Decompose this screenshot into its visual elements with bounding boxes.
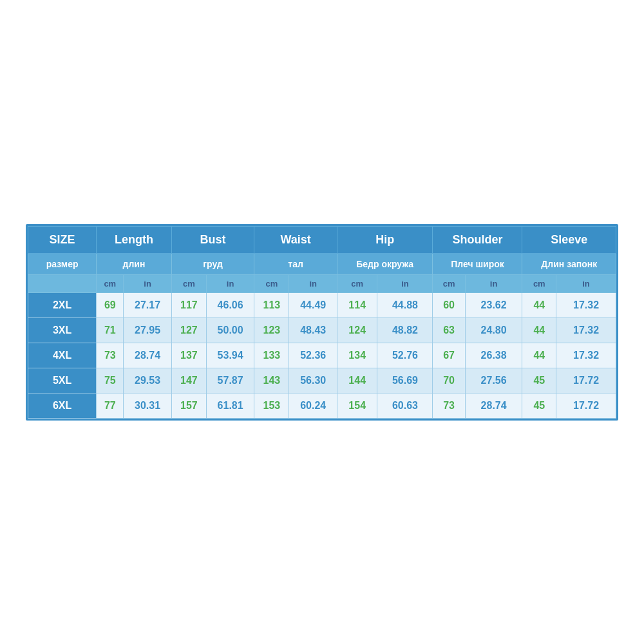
cell-size: 2XL xyxy=(28,292,97,317)
unit-sleeve-in: in xyxy=(556,274,616,292)
table-row: 2XL6927.1711746.0611344.4911444.886023.6… xyxy=(28,292,616,317)
cell-waist-cm: 113 xyxy=(254,292,289,317)
cell-size: 6XL xyxy=(28,393,97,418)
cell-hip-cm: 144 xyxy=(337,368,377,393)
col-bust-ru: груд xyxy=(171,253,254,274)
cell-size: 5XL xyxy=(28,368,97,393)
cell-hip-cm: 134 xyxy=(337,343,377,368)
header-row-en: SIZE Length Bust Waist Hip Shoulder Slee… xyxy=(28,226,616,253)
cell-length-cm: 75 xyxy=(97,368,124,393)
col-hip-en: Hip xyxy=(337,226,433,253)
cell-bust-cm: 117 xyxy=(171,292,206,317)
size-rows: 2XL6927.1711746.0611344.4911444.886023.6… xyxy=(28,292,616,418)
cell-sleeve-cm: 44 xyxy=(522,317,556,343)
cell-length-cm: 73 xyxy=(97,343,124,368)
cell-size: 4XL xyxy=(28,343,97,368)
cell-waist-cm: 153 xyxy=(254,393,289,418)
cell-sleeve-cm: 44 xyxy=(522,343,556,368)
unit-waist-in: in xyxy=(289,274,337,292)
col-sleeve-ru: Длин запонк xyxy=(522,253,616,274)
cell-shoulder-cm: 63 xyxy=(433,317,465,343)
unit-shoulder-cm: cm xyxy=(433,274,465,292)
cell-shoulder-in: 26.38 xyxy=(465,343,522,368)
cell-length-in: 30.31 xyxy=(124,393,171,418)
cell-bust-in: 46.06 xyxy=(206,292,254,317)
col-size-ru: размер xyxy=(28,253,97,274)
cell-waist-in: 60.24 xyxy=(289,393,337,418)
col-shoulder-en: Shoulder xyxy=(433,226,522,253)
cell-waist-cm: 143 xyxy=(254,368,289,393)
cell-hip-in: 44.88 xyxy=(377,292,433,317)
cell-hip-cm: 114 xyxy=(337,292,377,317)
cell-length-cm: 69 xyxy=(97,292,124,317)
cell-shoulder-in: 27.56 xyxy=(465,368,522,393)
unit-waist-cm: cm xyxy=(254,274,289,292)
table-row: 3XL7127.9512750.0012348.4312448.826324.8… xyxy=(28,317,616,343)
unit-length-cm: cm xyxy=(97,274,124,292)
col-sleeve-en: Sleeve xyxy=(522,226,616,253)
col-length-ru: длин xyxy=(97,253,172,274)
unit-bust-cm: cm xyxy=(171,274,206,292)
cell-hip-in: 56.69 xyxy=(377,368,433,393)
cell-bust-in: 53.94 xyxy=(206,343,254,368)
cell-waist-cm: 133 xyxy=(254,343,289,368)
cell-sleeve-in: 17.32 xyxy=(556,292,616,317)
cell-size: 3XL xyxy=(28,317,97,343)
unit-hip-in: in xyxy=(377,274,433,292)
size-chart-table: SIZE Length Bust Waist Hip Shoulder Slee… xyxy=(26,224,618,421)
cell-sleeve-cm: 45 xyxy=(522,368,556,393)
col-waist-ru: тал xyxy=(254,253,337,274)
cell-waist-in: 48.43 xyxy=(289,317,337,343)
header-row-ru: размер длин груд тал Бедр окружа Плеч ши… xyxy=(28,253,616,274)
cell-bust-cm: 157 xyxy=(171,393,206,418)
cell-hip-in: 48.82 xyxy=(377,317,433,343)
cell-shoulder-cm: 73 xyxy=(433,393,465,418)
cell-shoulder-in: 23.62 xyxy=(465,292,522,317)
col-bust-en: Bust xyxy=(171,226,254,253)
cell-shoulder-in: 24.80 xyxy=(465,317,522,343)
cell-sleeve-in: 17.32 xyxy=(556,317,616,343)
cell-length-cm: 71 xyxy=(97,317,124,343)
cell-waist-in: 52.36 xyxy=(289,343,337,368)
col-hip-ru: Бедр окружа xyxy=(337,253,433,274)
cell-bust-cm: 147 xyxy=(171,368,206,393)
unit-sleeve-cm: cm xyxy=(522,274,556,292)
cell-bust-in: 61.81 xyxy=(206,393,254,418)
col-waist-en: Waist xyxy=(254,226,337,253)
cell-bust-cm: 127 xyxy=(171,317,206,343)
cell-length-in: 28.74 xyxy=(124,343,171,368)
cell-sleeve-cm: 45 xyxy=(522,393,556,418)
cell-length-cm: 77 xyxy=(97,393,124,418)
unit-size xyxy=(28,274,97,292)
cell-length-in: 27.17 xyxy=(124,292,171,317)
cell-shoulder-cm: 67 xyxy=(433,343,465,368)
cell-shoulder-in: 28.74 xyxy=(465,393,522,418)
col-length-en: Length xyxy=(97,226,172,253)
unit-bust-in: in xyxy=(206,274,254,292)
cell-shoulder-cm: 70 xyxy=(433,368,465,393)
cell-sleeve-cm: 44 xyxy=(522,292,556,317)
table-row: 5XL7529.5314757.8714356.3014456.697027.5… xyxy=(28,368,616,393)
cell-shoulder-cm: 60 xyxy=(433,292,465,317)
cell-bust-in: 50.00 xyxy=(206,317,254,343)
cell-sleeve-in: 17.72 xyxy=(556,393,616,418)
cell-waist-in: 56.30 xyxy=(289,368,337,393)
cell-hip-in: 60.63 xyxy=(377,393,433,418)
unit-length-in: in xyxy=(124,274,171,292)
cell-waist-cm: 123 xyxy=(254,317,289,343)
col-shoulder-ru: Плеч широк xyxy=(433,253,522,274)
cell-bust-in: 57.87 xyxy=(206,368,254,393)
cell-waist-in: 44.49 xyxy=(289,292,337,317)
cell-hip-cm: 124 xyxy=(337,317,377,343)
cell-length-in: 29.53 xyxy=(124,368,171,393)
cell-bust-cm: 137 xyxy=(171,343,206,368)
unit-shoulder-in: in xyxy=(465,274,522,292)
cell-length-in: 27.95 xyxy=(124,317,171,343)
cell-sleeve-in: 17.72 xyxy=(556,368,616,393)
unit-hip-cm: cm xyxy=(337,274,377,292)
units-row: cm in cm in cm in cm in cm in cm in xyxy=(28,274,616,292)
cell-hip-in: 52.76 xyxy=(377,343,433,368)
table-row: 6XL7730.3115761.8115360.2415460.637328.7… xyxy=(28,393,616,418)
col-size-en: SIZE xyxy=(28,226,97,253)
table-row: 4XL7328.7413753.9413352.3613452.766726.3… xyxy=(28,343,616,368)
